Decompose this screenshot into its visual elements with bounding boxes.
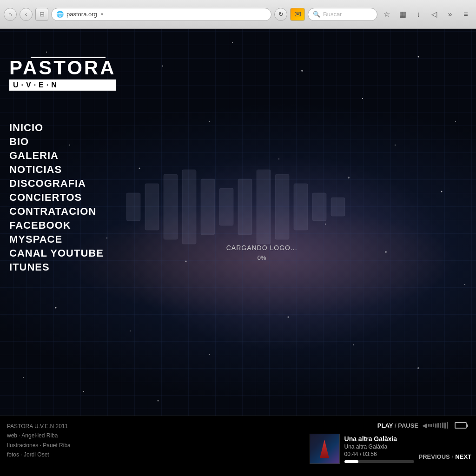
track-title: Una altra Galàxia	[344, 435, 414, 443]
svg-point-20	[464, 284, 465, 285]
nav-item-discografia[interactable]: DISCOGRAFIA	[9, 178, 104, 190]
vol-tick-2	[430, 424, 432, 427]
nav-item-conciertos[interactable]: CONCIERTOS	[9, 192, 104, 204]
footer-content: PASTORA U.V.E.N 2011 web · Angel·led Rib…	[0, 416, 476, 476]
svg-rect-41	[331, 198, 345, 216]
track-album: Una altra Galàxia	[344, 443, 414, 450]
back-button[interactable]: ‹	[20, 8, 33, 21]
svg-rect-35	[219, 188, 233, 225]
svg-point-21	[55, 307, 57, 309]
svg-point-17	[185, 261, 187, 262]
refresh-button[interactable]: ↻	[274, 8, 287, 21]
menu-button[interactable]: ≡	[459, 8, 472, 21]
svg-point-25	[353, 344, 354, 345]
album-art-image	[320, 440, 329, 458]
bookmark-star-button[interactable]: ☆	[380, 8, 393, 21]
illustrations-credit: Ilustraciones · Pauet Riba	[7, 441, 298, 450]
reader-mode-button[interactable]: ▦	[396, 8, 409, 21]
logo-pastora-text: PASTORA	[9, 58, 116, 78]
share-button[interactable]: ◁	[428, 8, 441, 21]
svg-point-11	[278, 159, 279, 159]
dropdown-arrow-icon: ▾	[101, 12, 103, 17]
nav-item-galeria[interactable]: GALERIA	[9, 150, 104, 162]
vol-tick-6	[440, 423, 441, 428]
track-info-row: Una altra Galàxia Una altra Galàxia 00:4…	[310, 434, 471, 464]
svg-point-3	[232, 42, 233, 43]
search-bar[interactable]: 🔍 Buscar	[308, 8, 377, 21]
svg-point-23	[209, 354, 210, 355]
svg-rect-34	[201, 179, 215, 235]
svg-rect-32	[164, 174, 178, 239]
svg-point-16	[106, 238, 107, 238]
photos-credit: fotos · Jordi Oset	[7, 450, 298, 459]
player-controls: PLAY / PAUSE ◀	[310, 422, 471, 429]
track-details: Una altra Galàxia Una altra Galàxia 00:4…	[344, 435, 414, 463]
download-button[interactable]: ↓	[412, 8, 425, 21]
svg-point-29	[158, 400, 159, 402]
svg-rect-40	[312, 193, 326, 221]
notification-button[interactable]: ✉	[290, 8, 305, 21]
audio-player: PLAY / PAUSE ◀	[305, 416, 476, 476]
svg-point-24	[288, 317, 289, 318]
loading-percent: 0%	[226, 254, 298, 261]
nav-item-bio[interactable]: BIO	[9, 136, 104, 148]
svg-point-27	[23, 377, 24, 378]
svg-point-7	[455, 121, 456, 122]
svg-rect-37	[257, 170, 271, 244]
album-art	[310, 434, 340, 464]
site-logo: PASTORA U·V·E·N	[9, 57, 116, 91]
vol-tick-4	[435, 423, 436, 428]
previous-button[interactable]: PREVIOUS	[419, 453, 450, 460]
footer-credits: PASTORA U.V.E.N 2011 web · Angel·led Rib…	[0, 416, 305, 476]
prev-next-controls: PREVIOUS / NEXT	[419, 453, 471, 464]
svg-point-10	[209, 121, 210, 122]
globe-icon: 🌐	[56, 11, 64, 18]
url-bar[interactable]: 🌐 pastora.org ▾	[51, 8, 271, 21]
home-button[interactable]: ⌂	[4, 8, 17, 21]
nav-item-canal-youtube[interactable]: CANAL YOUTUBE	[9, 247, 104, 259]
waveform-visual	[122, 165, 354, 251]
next-button[interactable]: NEXT	[455, 453, 471, 460]
nav-item-facebook[interactable]: FACEBOOK	[9, 219, 104, 231]
pause-label: PAUSE	[398, 422, 418, 429]
svg-rect-38	[275, 174, 289, 239]
svg-point-28	[83, 391, 84, 392]
website-content: CARGANDO LOGO... 0% PASTORA U·V·E·N INIC…	[0, 29, 476, 476]
svg-point-26	[417, 367, 419, 369]
vol-tick-5	[437, 423, 439, 428]
browser-actions: ☆ ▦ ↓ ◁ » ≡	[380, 8, 472, 21]
prev-next-sep: /	[452, 453, 454, 460]
vol-tick-7	[442, 423, 443, 428]
track-time: 00:44 / 03:56	[344, 451, 414, 457]
url-text: pastora.org	[66, 11, 97, 18]
main-navigation: INICIOBIOGALERIANOTICIASDISCOGRAFIACONCI…	[9, 122, 104, 273]
svg-point-0	[46, 52, 47, 53]
logo-uven-text: U·V·E·N	[13, 81, 112, 89]
svg-point-22	[130, 331, 131, 331]
vol-tick-9	[447, 422, 448, 429]
battery-icon	[455, 422, 467, 429]
footer: PASTORA U.V.E.N 2011 web · Angel·led Rib…	[0, 416, 476, 476]
progress-bar[interactable]	[344, 460, 414, 463]
nav-item-itunes[interactable]: ITUNES	[9, 261, 104, 273]
web-credit: web · Angel·led Riba	[7, 431, 298, 440]
svg-point-4	[301, 70, 303, 72]
volume-control[interactable]: ◀	[422, 422, 448, 429]
search-placeholder: Buscar	[323, 11, 342, 18]
svg-rect-31	[145, 184, 159, 230]
play-pause-control[interactable]: PLAY / PAUSE	[377, 422, 418, 429]
nav-item-myspace[interactable]: MYSPACE	[9, 233, 104, 245]
nav-item-inicio[interactable]: INICIO	[9, 122, 104, 134]
tabs-button[interactable]: ⊞	[35, 8, 48, 21]
more-tools-button[interactable]: »	[443, 8, 456, 21]
svg-point-19	[385, 251, 387, 253]
loading-overlay: CARGANDO LOGO... 0%	[226, 244, 298, 261]
svg-point-6	[418, 56, 419, 58]
progress-fill	[344, 460, 358, 463]
nav-item-contratacion[interactable]: CONTRATACION	[9, 205, 104, 218]
nav-item-noticias[interactable]: NOTICIAS	[9, 164, 104, 176]
svg-rect-33	[182, 170, 196, 244]
search-icon: 🔍	[313, 11, 320, 18]
svg-point-2	[162, 66, 163, 66]
svg-rect-30	[126, 193, 140, 221]
